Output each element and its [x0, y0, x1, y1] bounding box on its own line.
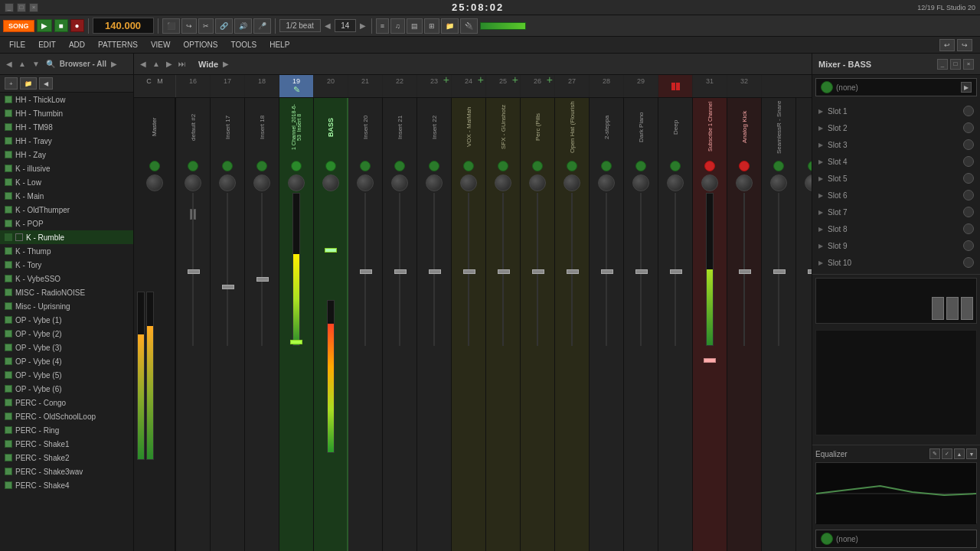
fader-handle-hat[interactable] [808, 269, 812, 274]
knob-perc[interactable] [529, 174, 546, 191]
fader-vox[interactable] [468, 193, 469, 346]
beat-selector[interactable]: 1/2 beat [279, 19, 321, 32]
browser-item[interactable]: PERC - Shake1 [0, 437, 133, 451]
knob-vox[interactable] [460, 174, 477, 191]
sidebar-fader-area[interactable] [815, 278, 977, 324]
browser-nav-left[interactable]: ◀ [5, 60, 14, 68]
none-send-dot[interactable] [821, 81, 833, 93]
bpm-display[interactable]: 140.000 [93, 18, 154, 34]
knob-deep[interactable] [667, 174, 684, 191]
fader-handle-subscribe[interactable] [704, 358, 716, 363]
beat-right-arrow[interactable]: ▶ [358, 21, 368, 30]
browser-item-selected[interactable]: K - Rumble [0, 230, 133, 244]
knob-21[interactable] [391, 174, 408, 191]
knob-18[interactable] [253, 174, 270, 191]
browser-item[interactable]: OP - Vybe (4) [0, 354, 133, 368]
fader-handle-19[interactable] [290, 340, 302, 344]
slot-circle-4[interactable] [963, 156, 974, 167]
browser-item[interactable]: K - OldThumper [0, 203, 133, 217]
channel-snare[interactable]: SeamlessR - Snare ▲ [762, 98, 796, 551]
eq-ctrl-1[interactable]: ✎ [929, 448, 940, 459]
stop-btn[interactable]: ■ [54, 19, 68, 32]
browser-item[interactable]: PERC - Congo [0, 396, 133, 409]
menu-patterns[interactable]: PATTERNS [92, 39, 144, 51]
piano-btn[interactable]: ♫ [390, 18, 405, 34]
sidebar-fader-3[interactable] [961, 297, 973, 320]
send-btn-subscribe[interactable] [704, 161, 715, 171]
browser-item[interactable]: HH - ThickLow [0, 93, 133, 106]
channel-vox[interactable]: VOX - MaiMah ▲ [452, 98, 486, 551]
mixer-btn[interactable]: ≡ [376, 18, 389, 34]
send-btn-snare[interactable] [773, 161, 784, 171]
send-btn-22[interactable] [429, 161, 439, 171]
knob-hat[interactable] [805, 174, 812, 191]
fader-perc[interactable] [537, 193, 538, 346]
fader-21[interactable] [399, 193, 400, 346]
plugin-btn[interactable]: 🔌 [460, 18, 478, 34]
send-btn-bass[interactable] [325, 161, 336, 171]
menu-tools[interactable]: TOOLS [224, 39, 263, 51]
channel-22[interactable]: Insert 22 ▲ [417, 98, 452, 551]
channel-openhat[interactable]: Open Hat (Flourish ▲ [555, 98, 590, 551]
sidebar-close-btn[interactable]: × [963, 59, 974, 70]
fader-2steppa[interactable] [606, 193, 607, 346]
sidebar-detach-btn[interactable]: □ [950, 59, 961, 70]
browser-item[interactable]: K - Main [0, 189, 133, 203]
slot-expand-4[interactable]: ▶ [818, 158, 825, 165]
icon-btn-1[interactable]: ⬛ [162, 18, 180, 34]
channel-master[interactable]: Master [134, 98, 176, 551]
beat-num[interactable]: 14 [335, 19, 356, 32]
channel-21[interactable]: Insert 21 ▲ [383, 98, 417, 551]
none-expand-btn[interactable]: ▶ [961, 82, 972, 93]
browser-item[interactable]: MISC - RadioNOISE [0, 285, 133, 299]
knob-17[interactable] [219, 174, 236, 191]
send-btn-20[interactable] [360, 161, 371, 171]
channel-19[interactable]: 1 Channel_2018-6-53_Insert 8 [279, 98, 314, 551]
browser-item[interactable]: PERC - Ring [0, 423, 133, 437]
browser-item[interactable]: OP - Vybe (6) [0, 382, 133, 396]
mixer-channels-scroll[interactable]: C M 16 17 18 19 ✎ 20 21 22 23 + [134, 75, 812, 551]
send-btn-17[interactable] [222, 161, 233, 171]
fader-handle-17[interactable] [222, 285, 234, 289]
browser-item[interactable]: OP - Vybe (3) [0, 341, 133, 354]
browser-nav-up[interactable]: ▲ [17, 60, 28, 68]
fader-handle-perc[interactable] [532, 269, 544, 274]
browser-btn[interactable]: 📁 [441, 18, 459, 34]
fader-20[interactable] [364, 193, 366, 346]
send-btn-perc[interactable] [532, 161, 543, 171]
knob-19[interactable] [288, 174, 305, 191]
slot-circle-1[interactable] [963, 106, 974, 116]
fader-track-16[interactable] [192, 193, 194, 346]
master-send-btn[interactable] [149, 161, 160, 171]
browser-folder-icon[interactable]: 📁 [20, 77, 37, 90]
slot-expand-5[interactable]: ▶ [818, 175, 825, 182]
browser-item[interactable]: OP - Vybe (5) [0, 368, 133, 382]
channel-btn[interactable]: ▤ [407, 18, 423, 34]
none-selector-bottom[interactable]: (none) [815, 530, 977, 548]
menu-edit[interactable]: EDIT [32, 39, 62, 51]
browser-item[interactable]: PERC - OldSchoolLoop [0, 409, 133, 423]
mixer-nav-right[interactable]: ▶ [165, 60, 174, 68]
channel-sfx[interactable]: SFX - GUnshotz ▲ [486, 98, 521, 551]
browser-item[interactable]: HH - Zay [0, 148, 133, 161]
fader-handle-2steppa[interactable] [601, 269, 613, 274]
slot-expand-9[interactable]: ▶ [818, 243, 825, 249]
menu-view[interactable]: VIEW [145, 39, 177, 51]
browser-expand[interactable]: ▶ [109, 60, 119, 68]
fader-handle-21[interactable] [394, 269, 407, 274]
slot-expand-7[interactable]: ▶ [818, 209, 825, 216]
send-btn-openhat[interactable] [567, 161, 577, 171]
fader-handle-analogkick[interactable] [739, 269, 751, 274]
none-selector-top[interactable]: (none) ▶ [815, 78, 977, 96]
browser-back-icon[interactable]: ◀ [39, 77, 53, 90]
fader-handle-sfx[interactable] [498, 269, 510, 274]
mixer-nav-left[interactable]: ◀ [139, 60, 148, 68]
mixer-wide-expand[interactable]: ▶ [221, 60, 230, 68]
channel-analogkick[interactable]: Analog Kick ▲ [727, 98, 762, 551]
song-mode-btn[interactable]: SONG [3, 20, 34, 32]
slot-circle-5[interactable] [963, 173, 974, 184]
fader-handle-20[interactable] [360, 269, 372, 274]
browser-nav-search[interactable]: 🔍 [44, 60, 57, 68]
browser-item[interactable]: Misc - Uprisning [0, 299, 133, 313]
send-btn-2steppa[interactable] [601, 161, 612, 171]
